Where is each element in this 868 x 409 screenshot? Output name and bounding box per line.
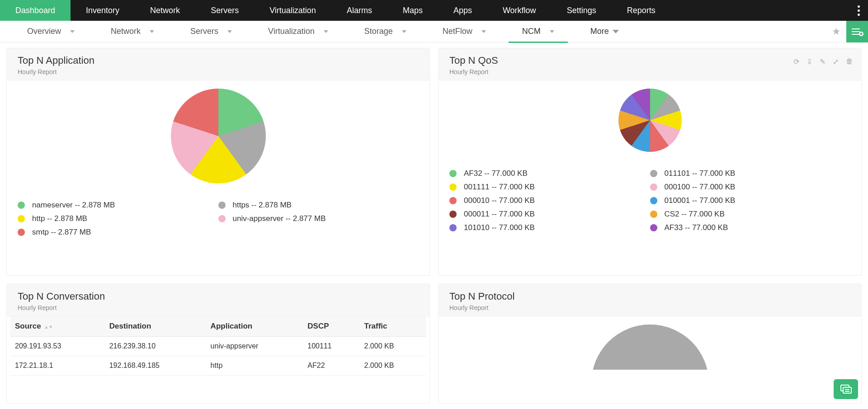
col-traffic[interactable]: Traffic: [360, 316, 426, 337]
legend-item[interactable]: CS2 -- 77.000 KB: [650, 210, 851, 219]
table-cell: http: [206, 356, 303, 375]
topnav-apps[interactable]: Apps: [438, 0, 487, 21]
table-row[interactable]: 209.191.93.53216.239.38.10univ-appserver…: [10, 336, 426, 356]
topnav-dashboard[interactable]: Dashboard: [0, 0, 71, 21]
table-row[interactable]: 172.21.18.1192.168.49.185httpAF222.000 K…: [10, 356, 426, 375]
legend-item[interactable]: AF33 -- 77.000 KB: [650, 223, 851, 232]
widget-subtitle: Hourly Report: [449, 68, 850, 75]
chevron-down-icon: [481, 30, 486, 33]
legend-item[interactable]: univ-appserver -- 2.877 MB: [218, 214, 419, 223]
topnav-servers[interactable]: Servers: [195, 0, 254, 21]
export-icon[interactable]: ⇩: [807, 57, 812, 66]
legend-item[interactable]: 101010 -- 77.000 KB: [449, 223, 650, 232]
widget-subtitle: Hourly Report: [449, 304, 850, 311]
legend-dot-icon: [650, 211, 657, 218]
widget-subtitle: Hourly Report: [18, 304, 419, 311]
sub-nav: OverviewNetworkServersVirtualizationStor…: [0, 21, 868, 42]
widget-title: Top N Protocol: [449, 291, 850, 302]
subnav-network[interactable]: Network: [102, 21, 163, 42]
table-cell: 2.000 KB: [360, 356, 426, 375]
legend-dot-icon: [218, 202, 226, 209]
widget-title: Top N Application: [18, 55, 419, 66]
legend-item[interactable]: 010001 -- 77.000 KB: [650, 196, 851, 205]
legend-label: https -- 2.878 MB: [233, 201, 292, 210]
legend-item[interactable]: https -- 2.878 MB: [218, 201, 419, 210]
table-cell: 100111: [303, 336, 359, 356]
col-destination[interactable]: Destination: [105, 316, 206, 337]
legend-dot-icon: [18, 215, 25, 222]
legend-label: http -- 2.878 MB: [32, 214, 87, 223]
table-cell: AF22: [303, 356, 359, 375]
legend-label: 101010 -- 77.000 KB: [464, 223, 535, 232]
table-cell: univ-appserver: [206, 336, 303, 356]
chevron-down-icon: [324, 30, 328, 33]
topnav-network[interactable]: Network: [135, 0, 195, 21]
legend-label: AF32 -- 77.000 KB: [464, 169, 528, 178]
subnav-more[interactable]: More: [590, 21, 619, 42]
top-nav: DashboardInventoryNetworkServersVirtuali…: [0, 0, 868, 21]
conversation-table: Source ▲▼DestinationApplicationDSCPTraff…: [10, 316, 426, 376]
topnav-workflow[interactable]: Workflow: [487, 0, 552, 21]
legend-item[interactable]: http -- 2.878 MB: [18, 214, 218, 223]
subnav-virtualization[interactable]: Virtualization: [259, 21, 337, 42]
expand-icon[interactable]: ⤢: [833, 57, 839, 66]
table-cell: 172.21.18.1: [10, 356, 105, 375]
svg-rect-7: [843, 387, 851, 393]
legend-dot-icon: [449, 211, 457, 218]
legend-dot-icon: [650, 224, 657, 231]
col-dscp[interactable]: DSCP: [303, 316, 359, 337]
legend-item[interactable]: 000100 -- 77.000 KB: [650, 183, 851, 192]
subnav-ncm[interactable]: NCM: [513, 21, 563, 42]
legend-item[interactable]: 011101 -- 77.000 KB: [650, 169, 851, 178]
chat-button[interactable]: [834, 379, 858, 399]
col-application[interactable]: Application: [206, 316, 303, 337]
table-cell: 209.191.93.53: [10, 336, 105, 356]
widget-title: Top N Conversation: [18, 291, 419, 302]
legend-label: 010001 -- 77.000 KB: [665, 196, 736, 205]
table-cell: 192.168.49.185: [105, 356, 206, 375]
add-widget-button[interactable]: [846, 21, 868, 42]
widget-top-n-qos: Top N QoS Hourly Report ⟳ ⇩ ✎ ⤢ 🗑 AF32 -…: [438, 48, 862, 276]
more-menu-icon[interactable]: [858, 0, 860, 21]
subnav-storage[interactable]: Storage: [355, 21, 415, 42]
legend-dot-icon: [18, 202, 25, 209]
legend-item[interactable]: 000010 -- 77.000 KB: [449, 196, 650, 205]
subnav-netflow[interactable]: NetFlow: [434, 21, 495, 42]
legend-item[interactable]: smtp -- 2.877 MB: [18, 228, 218, 237]
col-source[interactable]: Source ▲▼: [10, 316, 105, 337]
legend-label: 001111 -- 77.000 KB: [464, 183, 535, 192]
chevron-down-icon: [550, 30, 554, 33]
widget-top-n-protocol: Top N Protocol Hourly Report: [438, 284, 862, 404]
qos-pie-chart: [449, 89, 850, 152]
legend-label: univ-appserver -- 2.877 MB: [233, 214, 326, 223]
legend-item[interactable]: AF32 -- 77.000 KB: [449, 169, 650, 178]
legend-label: smtp -- 2.877 MB: [32, 228, 91, 237]
topnav-alarms[interactable]: Alarms: [331, 0, 387, 21]
topnav-virtualization[interactable]: Virtualization: [254, 0, 331, 21]
chevron-down-icon: [150, 30, 154, 33]
legend-dot-icon: [449, 224, 457, 231]
favorite-icon[interactable]: ★: [832, 26, 841, 38]
topnav-reports[interactable]: Reports: [612, 0, 671, 21]
subnav-servers[interactable]: Servers: [181, 21, 241, 42]
widget-toolbar: ⟳ ⇩ ✎ ⤢ 🗑: [793, 57, 853, 66]
delete-icon[interactable]: 🗑: [846, 57, 853, 66]
widget-title: Top N QoS: [449, 55, 850, 66]
legend-label: nameserver -- 2.878 MB: [32, 201, 115, 210]
widget-subtitle: Hourly Report: [18, 68, 419, 75]
topnav-settings[interactable]: Settings: [552, 0, 612, 21]
edit-icon[interactable]: ✎: [820, 57, 826, 66]
legend-item[interactable]: 001111 -- 77.000 KB: [449, 183, 650, 192]
subnav-overview[interactable]: Overview: [18, 21, 84, 42]
legend-label: 000011 -- 77.000 KB: [464, 210, 535, 219]
legend-dot-icon: [449, 170, 457, 177]
legend-dot-icon: [18, 229, 25, 236]
legend-item[interactable]: nameserver -- 2.878 MB: [18, 201, 218, 210]
legend-item[interactable]: 000011 -- 77.000 KB: [449, 210, 650, 219]
refresh-icon[interactable]: ⟳: [793, 57, 799, 66]
legend-dot-icon: [650, 170, 657, 177]
chevron-down-icon: [227, 30, 232, 33]
topnav-inventory[interactable]: Inventory: [71, 0, 135, 21]
topnav-maps[interactable]: Maps: [387, 0, 438, 21]
protocol-pie-chart: [449, 324, 850, 370]
